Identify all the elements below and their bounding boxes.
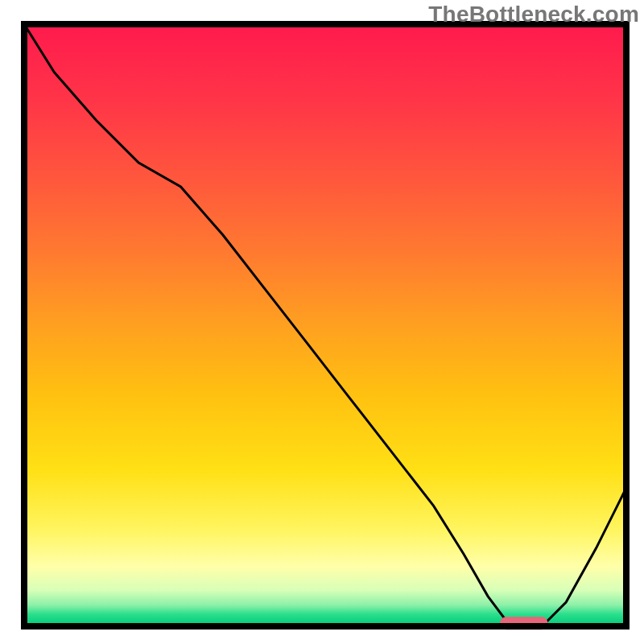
chart-canvas: TheBottleneck.com xyxy=(0,0,644,644)
chart-svg xyxy=(0,0,644,644)
watermark: TheBottleneck.com xyxy=(428,2,639,27)
plot-background xyxy=(24,24,626,626)
